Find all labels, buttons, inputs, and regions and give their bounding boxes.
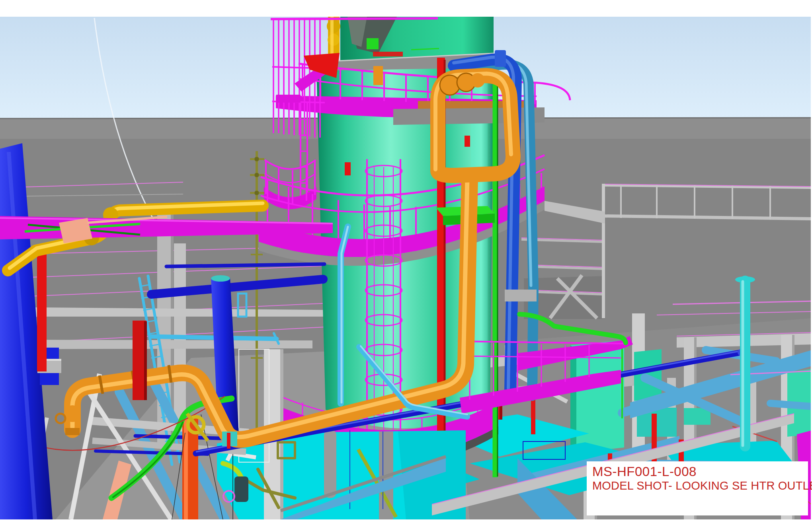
vessel-leg [324, 430, 336, 498]
annotation-title: MS-HF001-L-008 [592, 465, 808, 479]
red-pipe-left [37, 252, 47, 371]
model-render [0, 0, 812, 525]
annotation-subtitle: MODEL SHOT- LOOKING SE HTR OUTLET [592, 479, 808, 492]
yellow-top-pipe [327, 17, 340, 54]
dark-pot [234, 476, 248, 502]
annotation-box: MS-HF001-L-008 MODEL SHOT- LOOKING SE HT… [587, 461, 808, 515]
model-viewport[interactable]: MS-HF001-L-008 MODEL SHOT- LOOKING SE HT… [0, 17, 812, 519]
model-shot-page: MS-HF001-L-008 MODEL SHOT- LOOKING SE HT… [0, 0, 812, 525]
